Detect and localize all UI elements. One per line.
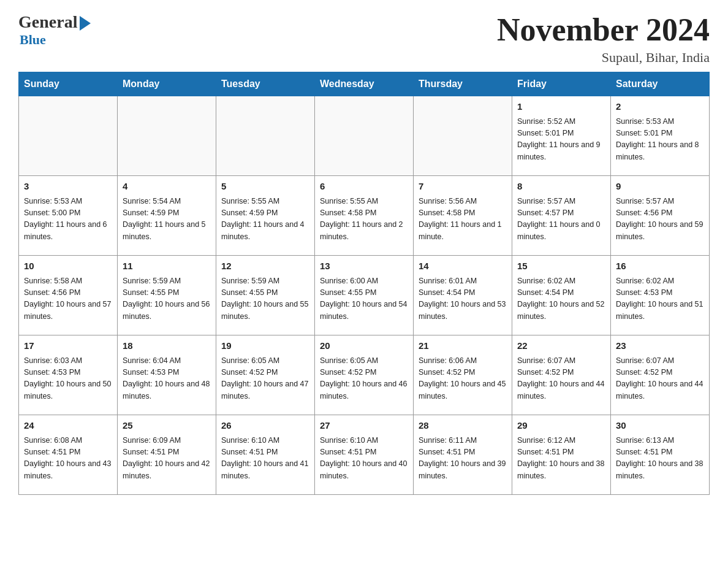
calendar-header-sunday: Sunday (19, 72, 118, 96)
day-info: Sunrise: 5:59 AM Sunset: 4:55 PM Dayligh… (221, 275, 309, 323)
day-number: 24 (24, 419, 112, 433)
day-number: 30 (616, 419, 704, 433)
calendar-cell: 24Sunrise: 6:08 AM Sunset: 4:51 PM Dayli… (19, 415, 118, 495)
day-info: Sunrise: 5:55 AM Sunset: 4:58 PM Dayligh… (320, 196, 408, 243)
calendar-cell: 10Sunrise: 5:58 AM Sunset: 4:56 PM Dayli… (19, 256, 118, 335)
day-info: Sunrise: 6:05 AM Sunset: 4:52 PM Dayligh… (221, 355, 309, 403)
logo-blue-text: Blue (20, 32, 46, 48)
calendar-cell: 11Sunrise: 5:59 AM Sunset: 4:55 PM Dayli… (118, 256, 216, 335)
calendar-week-row: 10Sunrise: 5:58 AM Sunset: 4:56 PM Dayli… (19, 256, 710, 335)
day-info: Sunrise: 6:06 AM Sunset: 4:52 PM Dayligh… (419, 355, 507, 403)
calendar-cell: 28Sunrise: 6:11 AM Sunset: 4:51 PM Dayli… (414, 415, 512, 495)
day-info: Sunrise: 6:05 AM Sunset: 4:52 PM Dayligh… (320, 355, 408, 403)
day-number: 3 (24, 180, 112, 194)
calendar-cell: 23Sunrise: 6:07 AM Sunset: 4:52 PM Dayli… (611, 335, 710, 415)
day-number: 25 (123, 419, 211, 433)
day-number: 11 (123, 259, 211, 274)
day-info: Sunrise: 6:07 AM Sunset: 4:52 PM Dayligh… (616, 355, 704, 403)
day-number: 9 (616, 180, 704, 194)
calendar-cell: 22Sunrise: 6:07 AM Sunset: 4:52 PM Dayli… (512, 335, 611, 415)
day-info: Sunrise: 6:10 AM Sunset: 4:51 PM Dayligh… (320, 435, 408, 483)
calendar-header-saturday: Saturday (611, 72, 710, 96)
calendar-cell: 19Sunrise: 6:05 AM Sunset: 4:52 PM Dayli… (216, 335, 315, 415)
calendar-header-tuesday: Tuesday (216, 72, 315, 96)
logo: General Blue (18, 12, 91, 48)
day-number: 12 (221, 259, 309, 274)
calendar-cell: 3Sunrise: 5:53 AM Sunset: 5:00 PM Daylig… (19, 176, 118, 256)
calendar-header-row: SundayMondayTuesdayWednesdayThursdayFrid… (19, 72, 710, 96)
day-number: 19 (221, 339, 309, 353)
calendar-cell: 5Sunrise: 5:55 AM Sunset: 4:59 PM Daylig… (216, 176, 315, 256)
calendar-header-wednesday: Wednesday (315, 72, 414, 96)
day-number: 7 (419, 180, 507, 194)
day-number: 29 (517, 419, 605, 433)
day-info: Sunrise: 6:11 AM Sunset: 4:51 PM Dayligh… (419, 435, 507, 483)
calendar-cell: 4Sunrise: 5:54 AM Sunset: 4:59 PM Daylig… (118, 176, 216, 256)
calendar-cell: 29Sunrise: 6:12 AM Sunset: 4:51 PM Dayli… (512, 415, 611, 495)
day-info: Sunrise: 6:07 AM Sunset: 4:52 PM Dayligh… (517, 355, 605, 403)
calendar-cell (118, 96, 216, 176)
calendar-week-row: 24Sunrise: 6:08 AM Sunset: 4:51 PM Dayli… (19, 415, 710, 495)
calendar-cell: 16Sunrise: 6:02 AM Sunset: 4:53 PM Dayli… (611, 256, 710, 335)
calendar-week-row: 3Sunrise: 5:53 AM Sunset: 5:00 PM Daylig… (19, 176, 710, 256)
day-info: Sunrise: 5:56 AM Sunset: 4:58 PM Dayligh… (419, 196, 507, 243)
day-info: Sunrise: 5:59 AM Sunset: 4:55 PM Dayligh… (123, 275, 211, 323)
day-info: Sunrise: 5:53 AM Sunset: 5:01 PM Dayligh… (616, 116, 704, 164)
day-number: 28 (419, 419, 507, 433)
calendar-cell (414, 96, 512, 176)
day-info: Sunrise: 6:01 AM Sunset: 4:54 PM Dayligh… (419, 275, 507, 323)
day-info: Sunrise: 5:57 AM Sunset: 4:56 PM Dayligh… (616, 196, 704, 243)
calendar-cell: 27Sunrise: 6:10 AM Sunset: 4:51 PM Dayli… (315, 415, 414, 495)
day-number: 16 (616, 259, 704, 274)
calendar-week-row: 1Sunrise: 5:52 AM Sunset: 5:01 PM Daylig… (19, 96, 710, 176)
calendar-cell: 1Sunrise: 5:52 AM Sunset: 5:01 PM Daylig… (512, 96, 611, 176)
calendar-cell: 8Sunrise: 5:57 AM Sunset: 4:57 PM Daylig… (512, 176, 611, 256)
title-section: November 2024 Supaul, Bihar, India (497, 12, 710, 66)
calendar-table: SundayMondayTuesdayWednesdayThursdayFrid… (18, 72, 710, 495)
day-info: Sunrise: 6:00 AM Sunset: 4:55 PM Dayligh… (320, 275, 408, 323)
day-info: Sunrise: 6:09 AM Sunset: 4:51 PM Dayligh… (123, 435, 211, 483)
day-number: 6 (320, 180, 408, 194)
location: Supaul, Bihar, India (497, 50, 710, 66)
day-number: 20 (320, 339, 408, 353)
logo-arrow-icon (80, 16, 91, 31)
calendar-cell: 18Sunrise: 6:04 AM Sunset: 4:53 PM Dayli… (118, 335, 216, 415)
day-info: Sunrise: 5:54 AM Sunset: 4:59 PM Dayligh… (123, 196, 211, 243)
day-number: 15 (517, 259, 605, 274)
page-header: General Blue November 2024 Supaul, Bihar… (18, 12, 710, 66)
day-info: Sunrise: 6:04 AM Sunset: 4:53 PM Dayligh… (123, 355, 211, 403)
day-info: Sunrise: 6:10 AM Sunset: 4:51 PM Dayligh… (221, 435, 309, 483)
calendar-cell: 15Sunrise: 6:02 AM Sunset: 4:54 PM Dayli… (512, 256, 611, 335)
day-info: Sunrise: 6:02 AM Sunset: 4:53 PM Dayligh… (616, 275, 704, 323)
calendar-cell: 14Sunrise: 6:01 AM Sunset: 4:54 PM Dayli… (414, 256, 512, 335)
day-info: Sunrise: 6:13 AM Sunset: 4:51 PM Dayligh… (616, 435, 704, 483)
day-info: Sunrise: 5:55 AM Sunset: 4:59 PM Dayligh… (221, 196, 309, 243)
calendar-cell (19, 96, 118, 176)
day-number: 13 (320, 259, 408, 274)
calendar-cell: 12Sunrise: 5:59 AM Sunset: 4:55 PM Dayli… (216, 256, 315, 335)
day-info: Sunrise: 5:58 AM Sunset: 4:56 PM Dayligh… (24, 275, 112, 323)
calendar-cell: 13Sunrise: 6:00 AM Sunset: 4:55 PM Dayli… (315, 256, 414, 335)
day-number: 17 (24, 339, 112, 353)
calendar-cell: 20Sunrise: 6:05 AM Sunset: 4:52 PM Dayli… (315, 335, 414, 415)
calendar-cell: 17Sunrise: 6:03 AM Sunset: 4:53 PM Dayli… (19, 335, 118, 415)
calendar-header-monday: Monday (118, 72, 216, 96)
calendar-cell: 7Sunrise: 5:56 AM Sunset: 4:58 PM Daylig… (414, 176, 512, 256)
calendar-cell: 30Sunrise: 6:13 AM Sunset: 4:51 PM Dayli… (611, 415, 710, 495)
logo-general-text: General (18, 12, 77, 32)
calendar-cell: 21Sunrise: 6:06 AM Sunset: 4:52 PM Dayli… (414, 335, 512, 415)
calendar-week-row: 17Sunrise: 6:03 AM Sunset: 4:53 PM Dayli… (19, 335, 710, 415)
calendar-cell: 25Sunrise: 6:09 AM Sunset: 4:51 PM Dayli… (118, 415, 216, 495)
day-number: 22 (517, 339, 605, 353)
day-number: 18 (123, 339, 211, 353)
calendar-cell: 26Sunrise: 6:10 AM Sunset: 4:51 PM Dayli… (216, 415, 315, 495)
day-info: Sunrise: 6:03 AM Sunset: 4:53 PM Dayligh… (24, 355, 112, 403)
day-number: 26 (221, 419, 309, 433)
month-title: November 2024 (497, 12, 710, 47)
calendar-cell: 9Sunrise: 5:57 AM Sunset: 4:56 PM Daylig… (611, 176, 710, 256)
day-number: 8 (517, 180, 605, 194)
day-number: 2 (616, 100, 704, 114)
day-number: 27 (320, 419, 408, 433)
day-info: Sunrise: 6:08 AM Sunset: 4:51 PM Dayligh… (24, 435, 112, 483)
day-number: 1 (517, 100, 605, 114)
